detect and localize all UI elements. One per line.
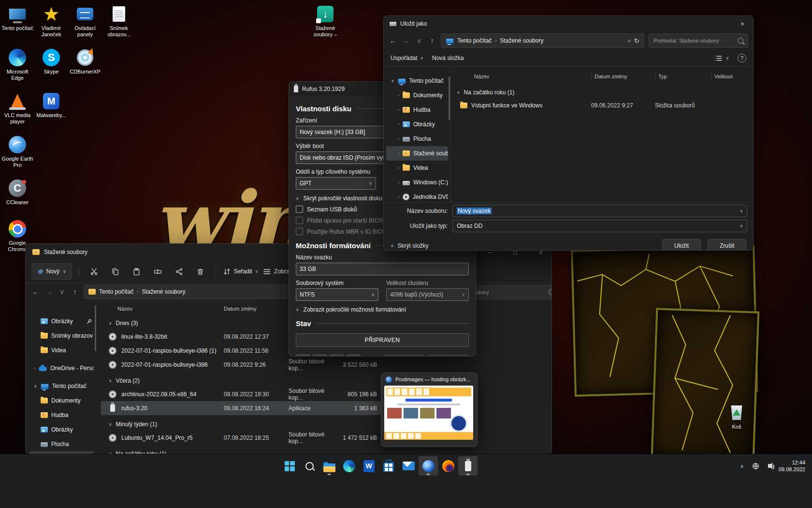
help-icon[interactable]: ? (738, 54, 746, 62)
new-button[interactable]: ⊕Nový∨ (31, 263, 72, 280)
sidebar-item-onedrive[interactable]: ›OneDrive - Perso (29, 361, 94, 375)
forward-button[interactable]: → (44, 288, 53, 296)
column-date[interactable]: Datum změny (224, 306, 289, 312)
settings-button[interactable] (330, 355, 344, 357)
taskbar-preview-popup[interactable]: Postimages — hosting obrázk... (381, 373, 478, 447)
start-button[interactable] (280, 456, 299, 476)
up-button[interactable]: ↑ (428, 37, 436, 45)
dialog-titlebar[interactable]: Uložit jako × (384, 16, 753, 31)
sidebar-item-windows-c[interactable]: ›Windows (C:) (386, 175, 448, 190)
sidebar-item-downloads[interactable]: ›Stažené soubor (386, 146, 448, 161)
partition-select[interactable]: GPT∨ (296, 177, 376, 190)
desktop-icon-user-folder[interactable]: Vladimír Janeček (34, 4, 69, 38)
recent-locations-button[interactable]: ∨ (415, 37, 423, 45)
taskbar-word[interactable]: W (359, 456, 378, 476)
recent-locations-button[interactable]: ∨ (58, 288, 66, 296)
column-name[interactable]: Název (471, 73, 591, 80)
preview-thumbnail[interactable] (384, 386, 473, 440)
delete-button[interactable] (192, 264, 209, 279)
filetype-select[interactable]: Obraz DD∨ (452, 220, 747, 232)
sidebar-item-videos[interactable]: ›Videa (386, 161, 448, 175)
file-row-selected[interactable]: rufus-3.2008.08.2022 16:24Aplikace1 363 … (101, 401, 386, 415)
desktop-icon-edge[interactable]: Microsoft Edge (0, 47, 35, 81)
share-button[interactable] (171, 264, 188, 279)
group-header-last-week[interactable]: ∨Minulý týden (1) (101, 418, 551, 431)
sidebar-item-this-pc[interactable]: ∨Tento počítač (29, 379, 94, 393)
desktop-icon-skype[interactable]: Skype (34, 47, 69, 75)
sidebar-item-this-pc[interactable]: ∨Tento počítač (386, 74, 448, 88)
desktop-icon-malwarebytes[interactable]: Malwareby... (34, 91, 69, 119)
new-folder-button[interactable]: Nová složka (432, 55, 464, 61)
taskbar-browser-hovered[interactable] (419, 456, 438, 476)
desktop-icon-screenshot[interactable]: Snímek obrazov... (102, 4, 136, 38)
list-header[interactable]: Název Datum změny Typ Velikost (457, 71, 753, 82)
group-header-earlier-this-year[interactable]: ∨Na začátku roku (1) (457, 86, 753, 99)
desktop-icon-this-pc[interactable]: Tento počítač (0, 4, 35, 31)
sidebar-item-documents[interactable]: ›Dokumenty (386, 88, 448, 103)
file-row[interactable]: 2022-07-01-raspios-bullseye-i38609.08.20… (101, 358, 386, 372)
breadcrumb-root[interactable]: Tento počítač (457, 37, 492, 44)
breadcrumb-current[interactable]: Stažené soubory (500, 37, 543, 44)
group-header-yesterday[interactable]: ∨Včera (2) (101, 374, 551, 387)
file-row[interactable]: Vstupní funkce ve Windows 09.06.2022 9:2… (457, 99, 753, 112)
column-size[interactable]: Velikost (711, 73, 745, 80)
filename-input[interactable]: Nový svazek∨ (452, 205, 747, 217)
refresh-icon[interactable]: ↻ (634, 37, 639, 45)
taskbar-firefox[interactable] (438, 456, 458, 476)
file-row[interactable]: archlinux-2022.08.05-x86_6408.08.2022 19… (101, 387, 386, 401)
sidebar-scrollbar[interactable] (449, 76, 450, 120)
desktop-icon-google-earth[interactable]: Google Earth Pro (0, 134, 35, 168)
copy-button[interactable] (107, 264, 124, 279)
breadcrumb-current[interactable]: Stažené soubory (142, 288, 185, 295)
filesystem-select[interactable]: NTFS∨ (296, 288, 378, 301)
log-button[interactable] (347, 355, 361, 357)
network-icon[interactable] (752, 462, 760, 470)
show-advanced-format-toggle[interactable]: ∨Zobrazit pokročilé možnosti formátování (296, 306, 469, 313)
breadcrumb-root[interactable]: Tento počítač (99, 288, 133, 295)
taskbar-store[interactable] (379, 456, 398, 476)
start-button[interactable]: START (383, 355, 424, 357)
language-button[interactable] (296, 355, 310, 357)
organize-button[interactable]: Uspořádat∨ (391, 55, 423, 61)
rename-button[interactable] (150, 264, 166, 279)
cluster-select[interactable]: 4096 bajtů (Výchozí)∨ (386, 288, 469, 301)
sidebar-scrollbar[interactable] (95, 305, 96, 351)
view-options-button[interactable]: ∨ (714, 54, 729, 62)
volume-input[interactable]: 33 GB (296, 263, 469, 275)
close-rufus-button[interactable]: ZAVŘÍT (427, 355, 469, 357)
hidden-icons-button[interactable]: ∧ (737, 463, 747, 469)
sidebar-item-music[interactable]: Hudba (29, 408, 94, 422)
taskbar-search-button[interactable] (300, 456, 319, 476)
desktop-icon-control-panel[interactable]: Ovládací panely (68, 4, 102, 38)
sidebar-item-dvd-drive[interactable]: ›Jednotka DVD ( (386, 190, 448, 202)
volume-icon[interactable] (765, 462, 774, 470)
close-button[interactable]: × (732, 16, 753, 31)
taskbar-rufus[interactable] (458, 456, 478, 476)
desktop-icon-downloads-shortcut[interactable]: Stažené soubory – (308, 4, 343, 38)
back-button[interactable]: ← (389, 37, 397, 45)
sort-button[interactable]: Seřadit∨ (223, 268, 259, 276)
cancel-button[interactable]: Zrušit (708, 239, 746, 251)
hide-folders-button[interactable]: ∧Skrýt složky (391, 242, 429, 249)
sidebar-item-documents[interactable]: Dokumenty (29, 393, 94, 408)
sidebar-item-pictures[interactable]: Obrázky (29, 422, 94, 437)
file-row[interactable]: Lubuntu_W7_14.04_Pro_r507.08.2022 18:25S… (101, 431, 386, 445)
forward-button[interactable]: → (402, 37, 410, 45)
save-button[interactable]: Uložit (662, 239, 701, 251)
column-name[interactable]: Název (117, 306, 224, 312)
dialog-search-box[interactable]: Prohledat: Stažené soubory (649, 33, 748, 48)
desktop-icon-cdburnerxp[interactable]: CDBurnerXP (68, 47, 102, 75)
taskbar-file-explorer[interactable] (319, 456, 339, 476)
chevron-down-icon[interactable]: ∨ (628, 38, 631, 43)
taskbar-mail[interactable] (399, 456, 418, 476)
sidebar-item-screenshots[interactable]: Snímky obrazov (29, 329, 94, 343)
desktop-icon-recycle-bin[interactable]: Koš (719, 403, 754, 430)
sidebar-item-desktop[interactable]: ›Plocha (386, 132, 448, 146)
sidebar-item-pictures[interactable]: ›Obrázky (386, 117, 448, 132)
column-type[interactable]: Typ (655, 73, 711, 80)
desktop-icon-ccleaner[interactable]: CCleaner (0, 178, 35, 206)
address-breadcrumb[interactable]: Tento počítač › Stažené soubory ∨ ↻ (441, 33, 644, 48)
sidebar-item-videos[interactable]: Videa (29, 343, 94, 358)
taskbar-clock[interactable]: 12:44 09.08.2022 (779, 459, 805, 473)
taskbar-edge[interactable] (339, 456, 359, 476)
